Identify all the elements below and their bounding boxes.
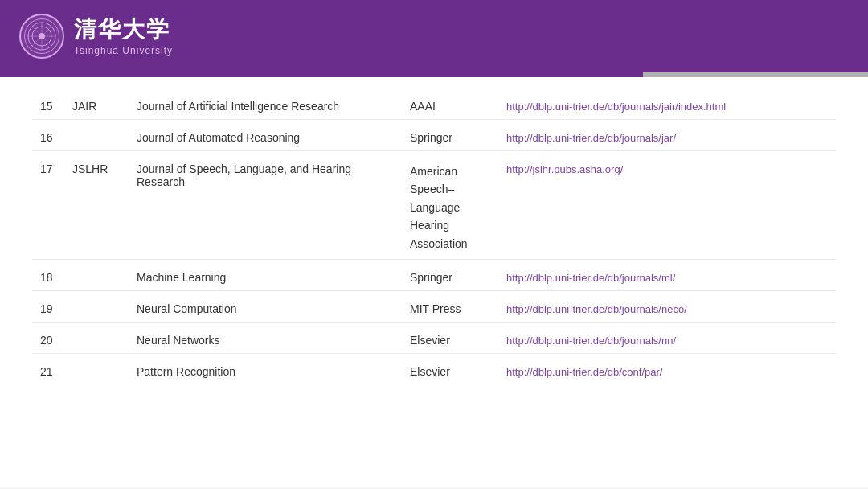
row-name: Journal of Speech, Language, and Hearing… [129,151,402,260]
row-abbr: JAIR [64,93,129,120]
table-row: 15 JAIR Journal of Artificial Intelligen… [32,93,836,120]
row-publisher: AAAI [402,93,498,120]
row-num: 17 [32,151,64,260]
row-publisher: Springer [402,120,498,151]
row-name: Journal of Automated Reasoning [129,120,402,151]
journals-table: 15 JAIR Journal of Artificial Intelligen… [32,93,836,384]
table-row: 21 Pattern Recognition Elsevier http://d… [32,353,836,384]
table-row: 18 Machine Learning Springer http://dblp… [32,259,836,290]
row-num: 15 [32,93,64,120]
row-num: 20 [32,322,64,353]
row-publisher: Elsevier [402,353,498,384]
row-url[interactable]: http://dblp.uni-trier.de/db/journals/ml/ [498,259,836,290]
row-publisher: Springer [402,259,498,290]
row-name: Neural Networks [129,322,402,353]
university-english: Tsinghua University [74,45,173,56]
header: 清华大学 Tsinghua University [0,0,868,72]
divider-gray [643,72,868,77]
row-url[interactable]: http://jslhr.pubs.asha.org/ [498,151,836,260]
row-num: 16 [32,120,64,151]
row-abbr [64,259,129,290]
university-logo [19,14,64,59]
row-abbr [64,353,129,384]
row-publisher: MIT Press [402,290,498,322]
university-chinese: 清华大学 [74,16,173,43]
university-name-block: 清华大学 Tsinghua University [74,16,173,56]
table-row: 17 JSLHR Journal of Speech, Language, an… [32,151,836,260]
row-abbr [64,290,129,322]
table-row: 16 Journal of Automated Reasoning Spring… [32,120,836,151]
row-abbr: JSLHR [64,151,129,260]
row-publisher: AmericanSpeech–LanguageHearingAssociatio… [402,151,498,260]
row-num: 21 [32,353,64,384]
logo-area: 清华大学 Tsinghua University [19,14,173,59]
row-num: 19 [32,290,64,322]
row-name: Journal of Artificial Intelligence Resea… [129,93,402,120]
row-publisher: Elsevier [402,322,498,353]
row-url[interactable]: http://dblp.uni-trier.de/db/conf/par/ [498,353,836,384]
row-url[interactable]: http://dblp.uni-trier.de/db/journals/nn/ [498,322,836,353]
table-row: 20 Neural Networks Elsevier http://dblp.… [32,322,836,353]
row-name: Machine Learning [129,259,402,290]
row-url[interactable]: http://dblp.uni-trier.de/db/journals/jar… [498,120,836,151]
table-row: 19 Neural Computation MIT Press http://d… [32,290,836,322]
row-url[interactable]: http://dblp.uni-trier.de/db/journals/nec… [498,290,836,322]
row-num: 18 [32,259,64,290]
divider-purple [0,72,643,77]
row-abbr [64,120,129,151]
divider-bar [0,72,868,77]
content-area: 15 JAIR Journal of Artificial Intelligen… [0,77,868,487]
row-name: Neural Computation [129,290,402,322]
row-name: Pattern Recognition [129,353,402,384]
row-url[interactable]: http://dblp.uni-trier.de/db/journals/jai… [498,93,836,120]
row-abbr [64,322,129,353]
